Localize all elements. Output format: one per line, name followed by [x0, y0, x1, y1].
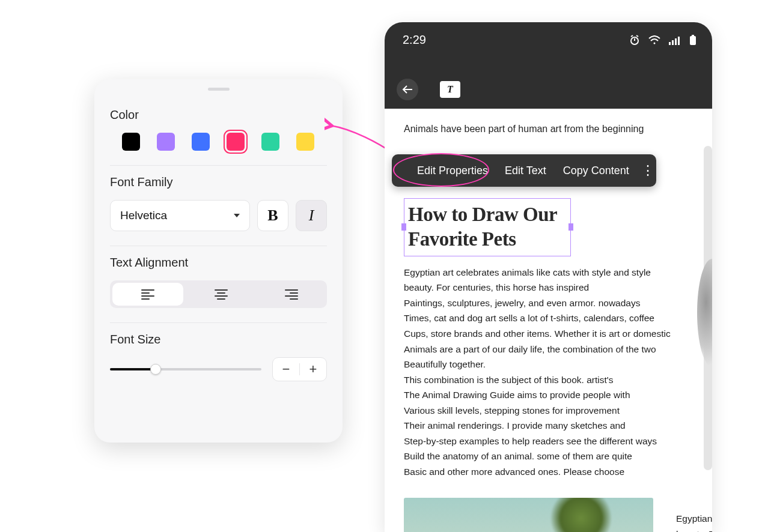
chevron-down-icon — [234, 214, 240, 217]
alignment-label: Text Alignment — [110, 256, 327, 270]
font-family-label: Font Family — [110, 175, 327, 189]
font-family-value: Helvetica — [120, 209, 167, 222]
color-label: Color — [110, 108, 327, 122]
context-menu: Edit Properties Edit Text Copy Content ⋮ — [392, 154, 656, 187]
color-swatch[interactable] — [122, 133, 140, 151]
font-size-label: Font Size — [110, 333, 327, 346]
color-swatch[interactable] — [227, 133, 245, 151]
body-line: Times, cat and dog art sells a lot of t-… — [404, 310, 695, 326]
signal-icon — [669, 35, 681, 45]
wifi-icon — [648, 35, 660, 45]
italic-button[interactable]: I — [296, 200, 327, 231]
status-time: 2:29 — [403, 33, 426, 47]
color-swatch[interactable] — [157, 133, 175, 151]
sketch-preview — [697, 259, 712, 367]
selection-handle-left[interactable] — [401, 223, 406, 231]
body-line: Egyptian art celebrates animals like cat… — [404, 265, 695, 280]
side-line: beauty. Fo — [676, 527, 712, 532]
text-tool-button[interactable]: T — [440, 81, 460, 98]
panel-drag-handle[interactable] — [208, 88, 230, 91]
align-left-icon — [141, 289, 154, 300]
body-line: The Animal Drawing Guide aims to provide… — [404, 387, 695, 403]
color-section: Color — [110, 98, 327, 165]
svg-point-4 — [654, 42, 656, 44]
properties-panel: Color Font Family Helvetica B I Text Ali… — [94, 79, 343, 443]
more-options-button[interactable]: ⋮ — [638, 159, 658, 181]
body-line: Their animal renderings. I provide many … — [404, 418, 695, 434]
phone-header: 2:29 T — [385, 22, 712, 109]
svg-line-2 — [631, 35, 633, 37]
selection-handle-right[interactable] — [568, 223, 573, 231]
align-right-button[interactable] — [256, 280, 327, 308]
align-center-button[interactable] — [186, 280, 257, 308]
arrow-left-icon — [402, 85, 413, 94]
body-line: beauty. For centuries, this horse has in… — [404, 280, 695, 295]
alignment-segmented-control — [110, 280, 327, 308]
svg-line-3 — [636, 35, 638, 37]
color-swatch-row — [110, 133, 327, 151]
font-family-section: Font Family Helvetica B I — [110, 165, 327, 246]
status-bar: 2:29 — [385, 22, 712, 47]
font-size-stepper: − + — [272, 357, 327, 381]
body-line: Step-by-step examples to help readers se… — [404, 434, 695, 449]
color-swatch[interactable] — [296, 133, 314, 151]
svg-rect-9 — [690, 36, 696, 45]
copy-content-button[interactable]: Copy Content — [555, 162, 638, 180]
edit-text-button[interactable]: Edit Text — [496, 162, 555, 180]
battery-icon — [689, 35, 696, 46]
back-button[interactable] — [397, 79, 418, 100]
color-swatch[interactable] — [192, 133, 210, 151]
phone-mockup: 2:29 T Animals have been part of human a… — [385, 22, 712, 532]
bold-button[interactable]: B — [257, 200, 288, 231]
align-center-icon — [215, 289, 228, 300]
body-line: Beautifully together. — [404, 357, 695, 372]
body-line: Build the anatomy of an animal. some of … — [404, 449, 695, 464]
slider-thumb[interactable] — [150, 364, 161, 375]
body-line: Various skill levels, stepping stones fo… — [404, 403, 695, 419]
body-line: Cups, store brands and other items. Whet… — [404, 326, 695, 342]
side-line: Egyptian a — [676, 511, 712, 527]
font-family-select[interactable]: Helvetica — [110, 200, 250, 231]
alignment-section: Text Alignment — [110, 246, 327, 322]
edit-properties-button[interactable]: Edit Properties — [409, 162, 496, 180]
slider-fill — [110, 368, 156, 370]
font-size-slider[interactable] — [110, 363, 261, 375]
align-right-icon — [285, 289, 298, 300]
body-line: This combination is the subject of this … — [404, 372, 695, 388]
svg-rect-8 — [678, 37, 680, 45]
document-body: Animals have been part of human art from… — [385, 109, 712, 532]
font-size-section: Font Size − + — [110, 322, 327, 396]
body-line: Basic and other more advanced ones. Plea… — [404, 464, 695, 480]
increase-button[interactable]: + — [300, 358, 326, 381]
selected-heading-box[interactable]: How to Draw Our Favorite Pets — [404, 198, 571, 256]
color-swatch[interactable] — [261, 133, 279, 151]
heading-text: How to Draw Our Favorite Pets — [408, 202, 564, 252]
article-image — [404, 498, 653, 532]
svg-rect-5 — [669, 42, 671, 45]
body-line: Paintings, sculptures, jewelry, and even… — [404, 295, 695, 311]
svg-rect-6 — [672, 40, 674, 45]
align-left-button[interactable] — [112, 283, 183, 306]
body-line: Animals are a part of our daily life, th… — [404, 342, 695, 357]
decrease-button[interactable]: − — [273, 358, 299, 381]
alarm-icon — [629, 35, 640, 46]
svg-rect-7 — [675, 38, 677, 45]
intro-text: Animals have been part of human art from… — [404, 121, 644, 137]
svg-rect-10 — [692, 35, 694, 36]
body-text: Egyptian art celebrates animals like cat… — [404, 265, 695, 480]
next-page-text: Egyptian abeauty. Fo — [676, 511, 712, 532]
